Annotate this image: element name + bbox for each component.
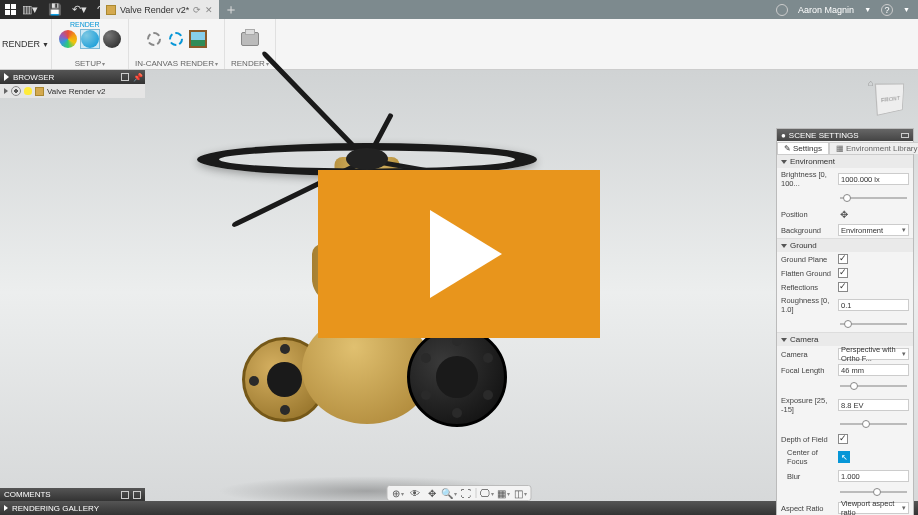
grid-icon: ▦ [836, 144, 844, 153]
reflections-label: Reflections [781, 283, 835, 292]
ribbon-tab[interactable]: RENDER [55, 19, 115, 29]
tab-environment-library[interactable]: ▦Environment Library [829, 142, 918, 154]
dof-checkbox[interactable] [838, 434, 848, 444]
bulb-icon[interactable] [24, 87, 32, 95]
position-label: Position [781, 210, 835, 219]
tab-settings[interactable]: ✎Settings [777, 142, 829, 154]
blur-label: Blur [781, 472, 835, 481]
scene-panel-title[interactable]: ●SCENE SETTINGS [777, 129, 913, 141]
comments-gear-icon[interactable] [121, 491, 129, 499]
orbit-icon[interactable]: ⊕ [391, 486, 405, 500]
flatten-ground-label: Flatten Ground [781, 269, 835, 278]
panel-label-setup[interactable]: SETUP [75, 59, 106, 68]
incanvas-render-icon[interactable] [144, 29, 164, 49]
viewcube-face[interactable]: FRONT [875, 83, 904, 115]
viewcube[interactable]: ⌂ FRONT [872, 80, 910, 118]
undo-icon[interactable]: ↶▾ [72, 3, 87, 16]
comments-title: COMMENTS [4, 490, 51, 499]
document-tab-strip: Valve Render v2* ⟳ ✕ ＋ Aaron Magnin▼ ?▼ [100, 0, 918, 19]
roughness-label: Roughness [0, 1.0] [781, 296, 835, 314]
aspect-label: Aspect Ratio [781, 504, 835, 513]
doc-tab-recover-icon[interactable]: ⟳ [193, 5, 201, 15]
capture-image-icon[interactable] [188, 29, 208, 49]
aspect-select[interactable]: Viewport aspect ratio [838, 502, 909, 514]
flatten-ground-checkbox[interactable] [838, 268, 848, 278]
component-icon [35, 87, 44, 96]
panel-label-incanvas[interactable]: IN-CANVAS RENDER [135, 59, 218, 68]
browser-root-label: Valve Render v2 [47, 87, 106, 96]
dof-label: Depth of Field [781, 435, 835, 444]
browser-collapse-icon[interactable] [4, 73, 9, 81]
camera-select[interactable]: Perspective with Ortho F... [838, 348, 909, 360]
exposure-input[interactable]: 8.8 EV [838, 399, 909, 411]
position-move-icon[interactable]: ✥ [838, 208, 850, 220]
focal-slider[interactable] [838, 380, 909, 392]
appearance-icon[interactable] [58, 29, 78, 49]
ribbon: RENDER▼ SETUP IN-CANVAS RENDER RENDER [0, 19, 918, 70]
brightness-slider[interactable] [838, 192, 909, 204]
pan-icon[interactable]: ✥ [425, 486, 439, 500]
ribbon-panel-incanvas: IN-CANVAS RENDER [129, 19, 225, 69]
browser-title: BROWSER [13, 73, 54, 82]
comments-panel-header[interactable]: COMMENTS [0, 488, 145, 501]
focal-label: Focal Length [781, 366, 835, 375]
viewcube-home-icon[interactable]: ⌂ [868, 78, 873, 88]
cof-label: Center of Focus [781, 448, 835, 466]
app-grid-icon[interactable] [4, 4, 16, 16]
comments-expand-icon[interactable] [133, 491, 141, 499]
blur-input[interactable]: 1.000 [838, 470, 909, 482]
browser-root-node[interactable]: Valve Render v2 [0, 84, 145, 98]
play-video-button[interactable] [318, 170, 600, 338]
user-name[interactable]: Aaron Magnin [798, 5, 854, 15]
doc-cube-icon [106, 5, 116, 15]
blur-slider[interactable] [838, 486, 909, 498]
render-icon[interactable] [240, 29, 260, 49]
exposure-label: Exposure [25, -15] [781, 396, 835, 414]
roughness-input[interactable]: 0.1 [838, 299, 909, 311]
browser-gear-icon[interactable] [121, 73, 129, 81]
file-menu-icon[interactable]: ▥▾ [22, 3, 38, 16]
gallery-expand-icon[interactable] [4, 505, 8, 511]
background-select[interactable]: Environment [838, 224, 909, 236]
browser-pin-icon[interactable]: 📌 [133, 73, 141, 81]
brightness-input[interactable]: 1000.000 lx [838, 173, 909, 185]
scene-panel-collapse-icon[interactable] [901, 133, 909, 138]
help-icon[interactable]: ? [881, 4, 893, 16]
doc-tab-close-icon[interactable]: ✕ [205, 5, 213, 15]
reflections-checkbox[interactable] [838, 282, 848, 292]
focal-input[interactable]: 46 mm [838, 364, 909, 376]
ground-plane-checkbox[interactable] [838, 254, 848, 264]
display-settings-icon[interactable]: 🖵 [480, 486, 494, 500]
gallery-title: RENDERING GALLERY [12, 504, 99, 513]
ground-plane-label: Ground Plane [781, 255, 835, 264]
visibility-icon[interactable] [11, 86, 21, 96]
new-tab-button[interactable]: ＋ [222, 1, 240, 19]
workspace-switcher[interactable]: RENDER▼ [0, 19, 52, 69]
texture-map-icon[interactable] [102, 29, 122, 49]
fit-icon[interactable]: ⛶ [459, 486, 473, 500]
panel-label-render[interactable]: RENDER [231, 59, 269, 68]
section-environment[interactable]: Environment [777, 155, 913, 168]
job-status-icon[interactable] [776, 4, 788, 16]
section-ground[interactable]: Ground [777, 239, 913, 252]
background-label: Background [781, 226, 835, 235]
incanvas-settings-icon[interactable] [166, 29, 186, 49]
tree-expand-icon[interactable] [4, 88, 8, 94]
zoom-icon[interactable]: 🔍 [442, 486, 456, 500]
center-of-focus-picker[interactable]: ↖ [838, 451, 850, 463]
save-icon[interactable]: 💾 [48, 3, 62, 16]
navigation-toolbar: ⊕ 👁 ✥ 🔍 ⛶ 🖵 ▦ ◫ [387, 485, 532, 501]
play-icon [430, 210, 502, 298]
scene-settings-icon[interactable] [80, 29, 100, 49]
brightness-label: Brightness [0, 100... [781, 170, 835, 188]
brush-icon: ✎ [784, 144, 791, 153]
viewport-layout-icon[interactable]: ◫ [514, 486, 528, 500]
doc-tab-title: Valve Render v2* [120, 5, 189, 15]
document-tab[interactable]: Valve Render v2* ⟳ ✕ [100, 0, 219, 19]
look-icon[interactable]: 👁 [408, 486, 422, 500]
camera-label: Camera [781, 350, 835, 359]
grid-settings-icon[interactable]: ▦ [497, 486, 511, 500]
exposure-slider[interactable] [838, 418, 909, 430]
browser-panel-header[interactable]: BROWSER 📌 [0, 70, 145, 84]
roughness-slider[interactable] [838, 318, 909, 330]
